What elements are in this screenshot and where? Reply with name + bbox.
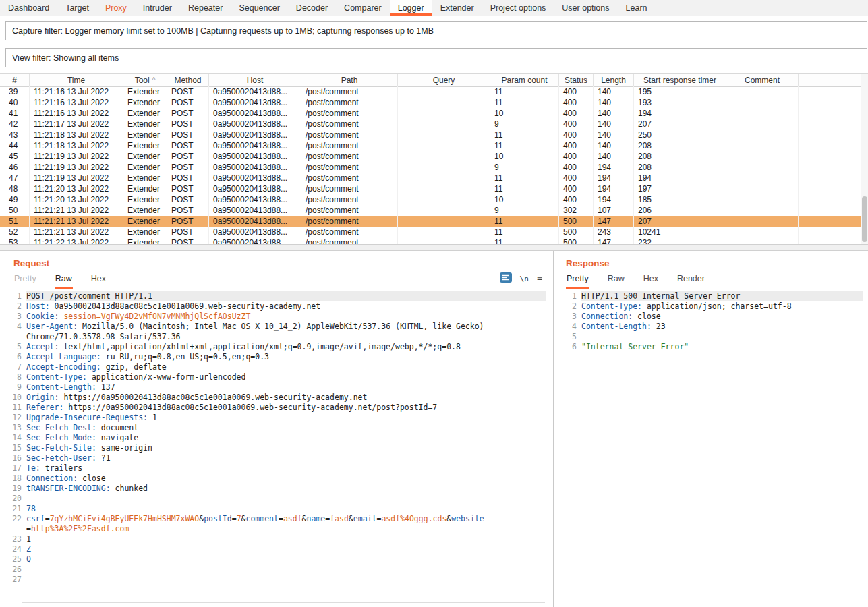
request-editor[interactable]: 1POST /post/comment HTTP/1.12Host: 0a950… [0, 289, 552, 607]
panel-divider[interactable] [553, 251, 554, 607]
table-header-row: #TimeTool^MethodHostPathQueryParam count… [0, 74, 868, 87]
line-number: 15 [4, 443, 26, 453]
cell-query [398, 173, 490, 183]
table-row[interactable]: 4911:21:20 13 Jul 2022ExtenderPOST0a9500… [0, 194, 861, 205]
main-tab-logger[interactable]: Logger [390, 0, 432, 16]
response-tab-raw[interactable]: Raw [607, 271, 625, 289]
response-tab-pretty[interactable]: Pretty [566, 271, 589, 289]
editor-line: 2Content-Type: application/json; charset… [559, 301, 863, 312]
main-tab-learn[interactable]: Learn [618, 0, 656, 16]
column-header-status[interactable]: Status [559, 74, 594, 86]
column-header-host[interactable]: Host [209, 74, 301, 86]
main-tab-project-options[interactable]: Project options [482, 0, 554, 16]
line-number: 24 [4, 544, 26, 554]
pretty-print-icon[interactable] [500, 272, 512, 285]
editor-line: 3Cookie: session=VgFWy4D2vMfON7vMNMhjQlS… [4, 312, 546, 322]
cell-time: 11:21:20 13 Jul 2022 [30, 183, 123, 194]
main-tab-repeater[interactable]: Repeater [180, 0, 231, 16]
column-header-comment[interactable]: Comment [726, 74, 799, 86]
table-row[interactable]: 4711:21:19 13 Jul 2022ExtenderPOST0a9500… [0, 173, 861, 183]
cell-status: 400 [559, 151, 594, 162]
request-tab-pretty: Pretty [13, 271, 37, 289]
cell-length: 140 [594, 108, 634, 119]
column-header-num[interactable]: # [0, 74, 30, 86]
table-row[interactable]: 4211:21:17 13 Jul 2022ExtenderPOST0a9500… [0, 119, 861, 129]
line-number: 23 [4, 534, 26, 544]
main-tab-user-options[interactable]: User options [554, 0, 617, 16]
cell-param-count: 10 [490, 151, 559, 162]
cell-num: 42 [0, 119, 30, 129]
request-tab-hex[interactable]: Hex [90, 271, 107, 289]
column-header-tool[interactable]: Tool^ [123, 74, 167, 86]
table-row[interactable]: 5011:21:21 13 Jul 2022ExtenderPOST0a9500… [0, 205, 861, 216]
cell-host: 0a9500020413d88... [209, 183, 301, 194]
horizontal-splitter[interactable] [0, 244, 868, 251]
column-header-length[interactable]: Length [594, 74, 634, 86]
line-content: Content-Length: 23 [581, 322, 863, 332]
cell-query [398, 119, 490, 129]
editor-line: 7Accept-Encoding: gzip, deflate [4, 362, 546, 372]
line-content [26, 575, 546, 585]
table-row[interactable]: 4111:21:16 13 Jul 2022ExtenderPOST0a9500… [0, 108, 861, 119]
cell-path: /post/comment [301, 173, 398, 183]
cell-path: /post/comment [301, 183, 398, 194]
capture-filter-bar[interactable]: Capture filter: Logger memory limit set … [5, 21, 867, 40]
table-row[interactable]: 5111:21:21 13 Jul 2022ExtenderPOST0a9500… [0, 216, 861, 227]
main-tab-dashboard[interactable]: Dashboard [0, 0, 57, 16]
response-tab-render[interactable]: Render [676, 271, 705, 289]
cell-path: /post/comment [301, 119, 398, 129]
cell-time: 11:21:16 13 Jul 2022 [30, 86, 123, 97]
cell-length: 243 [594, 227, 634, 237]
table-row[interactable]: 4511:21:19 13 Jul 2022ExtenderPOST0a9500… [0, 151, 861, 162]
main-tab-comparer[interactable]: Comparer [336, 0, 390, 16]
table-scrollbar[interactable] [861, 74, 868, 244]
line-number: 27 [4, 575, 26, 585]
cell-filler [799, 183, 861, 194]
response-editor[interactable]: 1HTTP/1.1 500 Internal Server Error2Cont… [555, 289, 868, 607]
table-row[interactable]: 4011:21:16 13 Jul 2022ExtenderPOST0a9500… [0, 97, 861, 108]
table-row[interactable]: 4811:21:20 13 Jul 2022ExtenderPOST0a9500… [0, 183, 861, 194]
cell-length: 140 [594, 86, 634, 97]
cell-query [398, 86, 490, 97]
column-header-param-count[interactable]: Param count [490, 74, 559, 86]
column-header-path[interactable]: Path [301, 74, 398, 86]
cell-host: 0a9500020413d88... [209, 108, 301, 119]
newline-toggle-icon[interactable]: \n [520, 274, 529, 283]
main-tab-proxy[interactable]: Proxy [97, 0, 135, 16]
column-header-time[interactable]: Time [30, 74, 123, 86]
response-tab-hex[interactable]: Hex [643, 271, 659, 289]
line-content: Te: trailers [26, 463, 546, 473]
main-tab-target[interactable]: Target [57, 0, 97, 16]
editor-menu-icon[interactable]: ≡ [537, 275, 542, 283]
line-number: 7 [4, 362, 26, 372]
cell-method: POST [167, 183, 209, 194]
table-row[interactable]: 4311:21:18 13 Jul 2022ExtenderPOST0a9500… [0, 129, 861, 140]
column-header-method[interactable]: Method [167, 74, 209, 86]
table-row[interactable]: 5211:21:21 13 Jul 2022ExtenderPOST0a9500… [0, 227, 861, 237]
cell-num: 46 [0, 162, 30, 173]
table-row[interactable]: 4611:21:19 13 Jul 2022ExtenderPOST0a9500… [0, 162, 861, 173]
editor-line: 2Host: 0a9500020413d88ac08c5c1e001a0069.… [4, 301, 546, 312]
column-header-start-response-timer[interactable]: Start response timer [634, 74, 726, 86]
view-filter-bar[interactable]: View filter: Showing all items [5, 48, 867, 67]
cell-start-response-timer: 185 [634, 194, 726, 205]
table-row[interactable]: 3911:21:16 13 Jul 2022ExtenderPOST0a9500… [0, 86, 861, 97]
line-number: 3 [559, 312, 581, 322]
request-tab-raw[interactable]: Raw [55, 271, 73, 289]
cell-query [398, 108, 490, 119]
cell-length: 147 [594, 237, 634, 244]
editor-line: 14Sec-Fetch-Mode: navigate [4, 433, 546, 443]
cell-num: 45 [0, 151, 30, 162]
cell-start-response-timer: 195 [634, 86, 726, 97]
table-row[interactable]: 5311:21:22 13 Jul 2022ExtenderPOST0a9500… [0, 237, 861, 244]
main-tab-sequencer[interactable]: Sequencer [231, 0, 287, 16]
main-tab-extender[interactable]: Extender [432, 0, 482, 16]
table-scrollbar-thumb[interactable] [862, 196, 867, 242]
cell-query [398, 140, 490, 151]
column-header-query[interactable]: Query [398, 74, 490, 86]
table-row[interactable]: 4411:21:18 13 Jul 2022ExtenderPOST0a9500… [0, 140, 861, 151]
main-tab-intruder[interactable]: Intruder [135, 0, 180, 16]
main-tab-decoder[interactable]: Decoder [288, 0, 336, 16]
cell-start-response-timer: 193 [634, 97, 726, 108]
cell-comment [726, 129, 799, 140]
